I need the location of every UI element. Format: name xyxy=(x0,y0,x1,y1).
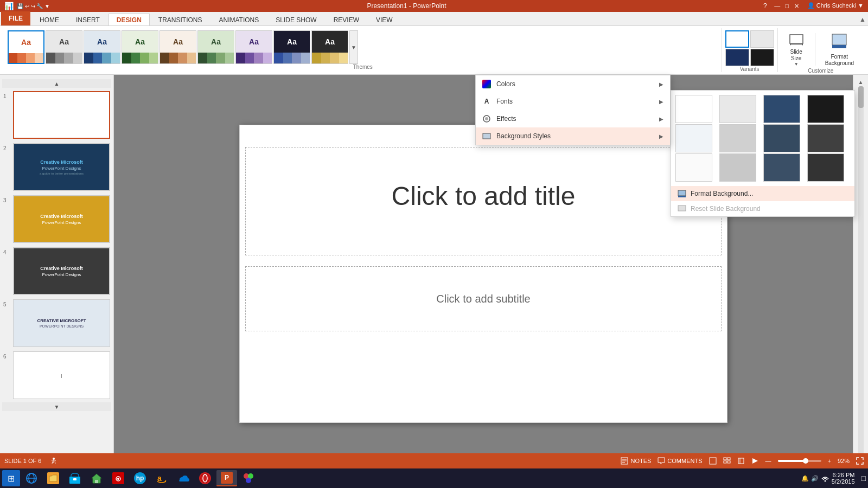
maximize-button[interactable]: □ xyxy=(783,2,791,10)
accessibility-button[interactable] xyxy=(50,457,58,465)
cloud-taskbar[interactable] xyxy=(173,470,194,486)
home-taskbar[interactable] xyxy=(86,470,107,486)
theme-swatch-8[interactable]: Aa xyxy=(273,30,310,64)
themes-menu-effects[interactable]: Effects ▶ xyxy=(476,110,670,127)
user-account[interactable]: 👤 Chris Suchecki ▼ xyxy=(807,2,864,10)
slide-thumb-4[interactable]: 4 Creative Microsoft PowerPoint Designs xyxy=(2,246,111,296)
store-taskbar[interactable] xyxy=(65,470,85,486)
bg-swatch-9[interactable] xyxy=(675,153,712,182)
ribbon-collapse-button[interactable]: ▲ xyxy=(857,14,868,25)
system-time[interactable]: 6:26 PM 5/2/2015 xyxy=(832,472,859,485)
variant-2[interactable] xyxy=(750,30,774,48)
bg-swatch-3[interactable] xyxy=(763,95,800,123)
taskbar: ⊞ hp a xyxy=(0,468,868,488)
themes-menu-fonts[interactable]: A Fonts ▶ xyxy=(476,93,670,110)
tab-file[interactable]: FILE xyxy=(1,11,30,25)
theme-swatch-1[interactable]: Aa xyxy=(8,30,44,64)
bg-swatch-2[interactable] xyxy=(719,95,756,123)
tab-design[interactable]: DESIGN xyxy=(108,14,150,25)
bg-swatch-7[interactable] xyxy=(763,124,800,152)
bg-swatch-8[interactable] xyxy=(807,124,844,152)
colorful-taskbar[interactable] xyxy=(238,470,259,486)
network-icon[interactable] xyxy=(821,473,829,483)
format-background-menu-item[interactable]: Format Background... xyxy=(671,186,854,201)
right-scroll-up[interactable]: ▲ xyxy=(858,79,864,85)
theme-swatch-9[interactable]: Aa xyxy=(311,30,348,64)
svg-rect-8 xyxy=(678,190,686,196)
subtitle-placeholder[interactable]: Click to add subtitle xyxy=(245,266,722,331)
theme-swatch-4[interactable]: Aa xyxy=(122,30,158,64)
slide-thumb-2[interactable]: 2 Creative Microsoft PowerPoint Designs … xyxy=(2,142,111,192)
tray-icon-2[interactable]: 🔊 xyxy=(811,475,819,482)
bg-swatch-11[interactable] xyxy=(763,153,800,182)
bg-swatch-4[interactable] xyxy=(807,95,844,123)
amazon-taskbar[interactable]: a xyxy=(151,470,172,486)
explorer-taskbar[interactable] xyxy=(43,470,63,486)
slide-canvas[interactable]: Click to add title Click to add subtitle xyxy=(239,125,727,423)
effects-icon xyxy=(482,114,491,123)
notes-button[interactable]: NOTES xyxy=(621,457,651,465)
slide-thumb-1[interactable]: 1 xyxy=(2,90,111,140)
slideshow-button[interactable] xyxy=(751,457,759,465)
scroll-thumb[interactable] xyxy=(858,86,864,108)
help-icon[interactable]: ? xyxy=(763,2,767,10)
tab-review[interactable]: REVIEW xyxy=(326,14,367,25)
format-background-button[interactable]: A FormatBackground xyxy=(822,31,857,68)
tab-animations[interactable]: ANIMATIONS xyxy=(210,14,267,25)
start-button[interactable]: ⊞ xyxy=(2,470,20,486)
slide-thumb-5[interactable]: 5 CREATIVE MICROSOFT POWERPOINT DESIGNS xyxy=(2,298,111,348)
bg-swatch-12[interactable] xyxy=(807,153,844,182)
themes-menu-bg-styles[interactable]: Background Styles ▶ xyxy=(476,127,670,145)
zoom-out-button[interactable]: — xyxy=(765,458,771,464)
slides-scroll-down[interactable]: ▼ xyxy=(2,402,111,411)
theme-swatch-7[interactable]: Aa xyxy=(235,30,272,64)
zoom-slider-thumb[interactable] xyxy=(803,458,808,464)
slide-size-button[interactable]: SlideSize ▼ xyxy=(784,30,808,68)
slide-sorter-button[interactable] xyxy=(723,457,731,465)
powerpoint-taskbar[interactable]: P xyxy=(216,470,237,486)
tab-slideshow[interactable]: SLIDE SHOW xyxy=(267,14,324,25)
title-placeholder[interactable]: Click to add title xyxy=(245,147,722,255)
hp-taskbar[interactable]: hp xyxy=(130,470,150,486)
reset-slide-bg-item[interactable]: Reset Slide Background xyxy=(671,201,854,216)
themes-scroll-button[interactable]: ▼ xyxy=(349,30,358,64)
tab-insert[interactable]: INSERT xyxy=(68,14,108,25)
bg-swatch-6[interactable] xyxy=(719,124,756,152)
slide-thumb-6[interactable]: 6 | xyxy=(2,350,111,400)
notifications-icon[interactable]: □ xyxy=(861,474,866,483)
comments-icon xyxy=(658,457,665,465)
theme-swatch-6[interactable]: Aa xyxy=(197,30,234,64)
comments-button[interactable]: COMMENTS xyxy=(658,457,702,465)
themes-menu-colors[interactable]: Colors ▶ xyxy=(476,75,670,93)
minimize-button[interactable]: — xyxy=(774,2,781,10)
ie-taskbar[interactable] xyxy=(21,470,42,486)
slide-thumb-3[interactable]: 3 Creative Microsoft PowerPoint Designs xyxy=(2,194,111,244)
variant-1[interactable] xyxy=(725,30,749,48)
tab-home[interactable]: HOME xyxy=(31,14,67,25)
svg-point-6 xyxy=(485,117,488,120)
theme-swatch-5[interactable]: Aa xyxy=(159,30,196,64)
bg-swatch-10[interactable] xyxy=(719,153,756,182)
camera-taskbar[interactable] xyxy=(108,470,129,486)
variant-3[interactable] xyxy=(725,49,749,66)
slides-scroll-up[interactable]: ▲ xyxy=(2,79,111,88)
theme-swatch-2[interactable]: Aa xyxy=(46,30,82,64)
opera-taskbar[interactable] xyxy=(195,470,215,486)
store-icon xyxy=(69,472,81,484)
slide-size-icon xyxy=(788,31,805,49)
tab-transitions[interactable]: TRANSITIONS xyxy=(150,14,210,25)
variant-4[interactable] xyxy=(750,49,774,66)
normal-view-button[interactable] xyxy=(709,457,717,465)
hp-icon: hp xyxy=(134,472,146,484)
close-button[interactable]: ✕ xyxy=(793,2,801,10)
reading-view-button[interactable] xyxy=(737,457,745,465)
tab-view[interactable]: VIEW xyxy=(368,14,401,25)
bg-swatch-1[interactable] xyxy=(675,95,712,123)
fit-slide-button[interactable] xyxy=(856,457,864,465)
zoom-level[interactable]: 92% xyxy=(838,458,850,464)
tray-icon-1[interactable]: 🔔 xyxy=(801,475,809,482)
theme-swatch-3[interactable]: Aa xyxy=(84,30,120,64)
zoom-slider[interactable] xyxy=(778,460,821,462)
bg-swatch-5[interactable] xyxy=(675,124,712,152)
zoom-in-button[interactable]: + xyxy=(828,458,831,464)
